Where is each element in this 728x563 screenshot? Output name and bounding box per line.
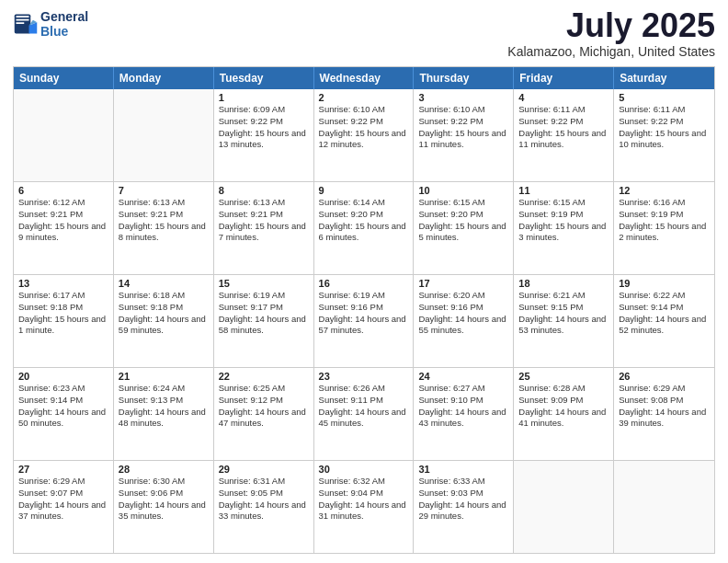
day-number: 17 — [418, 278, 508, 289]
day-number: 27 — [18, 464, 108, 475]
cal-cell: 25Sunrise: 6:28 AM Sunset: 9:09 PM Dayli… — [514, 368, 614, 460]
day-header-friday: Friday — [514, 67, 614, 89]
day-number: 24 — [418, 371, 508, 382]
cal-cell — [114, 89, 214, 181]
day-number: 23 — [319, 371, 409, 382]
day-number: 15 — [219, 278, 309, 289]
day-number: 6 — [18, 185, 108, 196]
cell-detail: Sunrise: 6:23 AM Sunset: 9:14 PM Dayligh… — [18, 383, 108, 430]
day-number: 25 — [518, 371, 609, 382]
day-number: 10 — [418, 185, 508, 196]
cell-detail: Sunrise: 6:15 AM Sunset: 9:20 PM Dayligh… — [418, 197, 508, 244]
cal-cell: 16Sunrise: 6:19 AM Sunset: 9:16 PM Dayli… — [314, 275, 415, 367]
week-row-4: 20Sunrise: 6:23 AM Sunset: 9:14 PM Dayli… — [14, 367, 714, 460]
cell-detail: Sunrise: 6:27 AM Sunset: 9:10 PM Dayligh… — [418, 383, 508, 430]
cell-detail: Sunrise: 6:19 AM Sunset: 9:17 PM Dayligh… — [219, 290, 309, 337]
cal-cell: 19Sunrise: 6:22 AM Sunset: 9:14 PM Dayli… — [614, 275, 714, 367]
cell-detail: Sunrise: 6:30 AM Sunset: 9:06 PM Dayligh… — [119, 476, 209, 523]
cal-cell: 21Sunrise: 6:24 AM Sunset: 9:13 PM Dayli… — [114, 368, 214, 460]
day-header-tuesday: Tuesday — [214, 67, 314, 89]
day-number: 13 — [18, 278, 108, 289]
day-header-monday: Monday — [114, 67, 214, 89]
cal-cell: 14Sunrise: 6:18 AM Sunset: 9:18 PM Dayli… — [114, 275, 214, 367]
svg-rect-2 — [17, 16, 29, 17]
cal-cell: 20Sunrise: 6:23 AM Sunset: 9:14 PM Dayli… — [14, 368, 114, 460]
day-number: 3 — [418, 92, 508, 103]
cal-cell: 23Sunrise: 6:26 AM Sunset: 9:11 PM Dayli… — [314, 368, 415, 460]
cell-detail: Sunrise: 6:11 AM Sunset: 9:22 PM Dayligh… — [518, 104, 609, 151]
day-header-thursday: Thursday — [414, 67, 514, 89]
cell-detail: Sunrise: 6:17 AM Sunset: 9:18 PM Dayligh… — [18, 290, 108, 337]
title-block: July 2025 Kalamazoo, Michigan, United St… — [507, 9, 715, 59]
cal-cell: 27Sunrise: 6:29 AM Sunset: 9:07 PM Dayli… — [14, 461, 114, 553]
day-number: 1 — [219, 92, 309, 103]
cell-detail: Sunrise: 6:13 AM Sunset: 9:21 PM Dayligh… — [119, 197, 209, 244]
cal-cell — [514, 461, 614, 553]
day-number: 14 — [119, 278, 209, 289]
page: General Blue July 2025 Kalamazoo, Michig… — [0, 0, 728, 563]
day-number: 5 — [619, 92, 710, 103]
cal-cell: 7Sunrise: 6:13 AM Sunset: 9:21 PM Daylig… — [114, 182, 214, 274]
cal-cell: 10Sunrise: 6:15 AM Sunset: 9:20 PM Dayli… — [414, 182, 514, 274]
cell-detail: Sunrise: 6:28 AM Sunset: 9:09 PM Dayligh… — [518, 383, 609, 430]
cal-cell: 30Sunrise: 6:32 AM Sunset: 9:04 PM Dayli… — [314, 461, 415, 553]
cal-cell: 31Sunrise: 6:33 AM Sunset: 9:03 PM Dayli… — [414, 461, 514, 553]
cal-cell: 3Sunrise: 6:10 AM Sunset: 9:22 PM Daylig… — [414, 89, 514, 181]
day-number: 20 — [18, 371, 108, 382]
cell-detail: Sunrise: 6:25 AM Sunset: 9:12 PM Dayligh… — [219, 383, 309, 430]
cal-cell — [614, 461, 714, 553]
day-number: 9 — [319, 185, 409, 196]
cal-cell: 15Sunrise: 6:19 AM Sunset: 9:17 PM Dayli… — [214, 275, 314, 367]
cell-detail: Sunrise: 6:26 AM Sunset: 9:11 PM Dayligh… — [319, 383, 409, 430]
cal-cell: 18Sunrise: 6:21 AM Sunset: 9:15 PM Dayli… — [514, 275, 614, 367]
day-number: 16 — [319, 278, 409, 289]
location-title: Kalamazoo, Michigan, United States — [507, 44, 715, 59]
cell-detail: Sunrise: 6:33 AM Sunset: 9:03 PM Dayligh… — [418, 476, 508, 523]
week-row-1: 1Sunrise: 6:09 AM Sunset: 9:22 PM Daylig… — [14, 89, 714, 181]
day-number: 19 — [619, 278, 710, 289]
cell-detail: Sunrise: 6:10 AM Sunset: 9:22 PM Dayligh… — [418, 104, 508, 151]
day-number: 28 — [119, 464, 209, 475]
day-number: 12 — [619, 185, 710, 196]
cell-detail: Sunrise: 6:20 AM Sunset: 9:16 PM Dayligh… — [418, 290, 508, 337]
day-number: 4 — [518, 92, 609, 103]
day-header-wednesday: Wednesday — [314, 67, 415, 89]
cal-cell: 26Sunrise: 6:29 AM Sunset: 9:08 PM Dayli… — [614, 368, 714, 460]
day-number: 22 — [219, 371, 309, 382]
week-row-5: 27Sunrise: 6:29 AM Sunset: 9:07 PM Dayli… — [14, 460, 714, 553]
calendar-body: 1Sunrise: 6:09 AM Sunset: 9:22 PM Daylig… — [14, 89, 714, 553]
calendar: SundayMondayTuesdayWednesdayThursdayFrid… — [13, 66, 715, 554]
cell-detail: Sunrise: 6:19 AM Sunset: 9:16 PM Dayligh… — [319, 290, 409, 337]
cell-detail: Sunrise: 6:12 AM Sunset: 9:21 PM Dayligh… — [18, 197, 108, 244]
cell-detail: Sunrise: 6:22 AM Sunset: 9:14 PM Dayligh… — [619, 290, 710, 337]
day-number: 30 — [319, 464, 409, 475]
cell-detail: Sunrise: 6:15 AM Sunset: 9:19 PM Dayligh… — [518, 197, 609, 244]
logo: General Blue — [13, 9, 88, 39]
day-header-sunday: Sunday — [14, 67, 114, 89]
cal-cell: 29Sunrise: 6:31 AM Sunset: 9:05 PM Dayli… — [214, 461, 314, 553]
cell-detail: Sunrise: 6:29 AM Sunset: 9:08 PM Dayligh… — [619, 383, 710, 430]
cell-detail: Sunrise: 6:13 AM Sunset: 9:21 PM Dayligh… — [219, 197, 309, 244]
day-number: 8 — [219, 185, 309, 196]
cal-cell: 9Sunrise: 6:14 AM Sunset: 9:20 PM Daylig… — [314, 182, 415, 274]
cal-cell: 2Sunrise: 6:10 AM Sunset: 9:22 PM Daylig… — [314, 89, 415, 181]
day-number: 31 — [418, 464, 508, 475]
cal-cell: 4Sunrise: 6:11 AM Sunset: 9:22 PM Daylig… — [514, 89, 614, 181]
logo-line1: General — [40, 9, 88, 24]
day-number: 7 — [119, 185, 209, 196]
day-number: 2 — [319, 92, 409, 103]
cell-detail: Sunrise: 6:21 AM Sunset: 9:15 PM Dayligh… — [518, 290, 609, 337]
week-row-3: 13Sunrise: 6:17 AM Sunset: 9:18 PM Dayli… — [14, 274, 714, 367]
cell-detail: Sunrise: 6:24 AM Sunset: 9:13 PM Dayligh… — [119, 383, 209, 430]
cell-detail: Sunrise: 6:31 AM Sunset: 9:05 PM Dayligh… — [219, 476, 309, 523]
month-title: July 2025 — [507, 9, 715, 42]
cal-cell: 17Sunrise: 6:20 AM Sunset: 9:16 PM Dayli… — [414, 275, 514, 367]
cell-detail: Sunrise: 6:18 AM Sunset: 9:18 PM Dayligh… — [119, 290, 209, 337]
cal-cell: 22Sunrise: 6:25 AM Sunset: 9:12 PM Dayli… — [214, 368, 314, 460]
cal-cell: 12Sunrise: 6:16 AM Sunset: 9:19 PM Dayli… — [614, 182, 714, 274]
logo-text: General Blue — [40, 9, 88, 39]
cell-detail: Sunrise: 6:11 AM Sunset: 9:22 PM Dayligh… — [619, 104, 710, 151]
cal-cell: 24Sunrise: 6:27 AM Sunset: 9:10 PM Dayli… — [414, 368, 514, 460]
cell-detail: Sunrise: 6:10 AM Sunset: 9:22 PM Dayligh… — [319, 104, 409, 151]
day-header-saturday: Saturday — [614, 67, 714, 89]
